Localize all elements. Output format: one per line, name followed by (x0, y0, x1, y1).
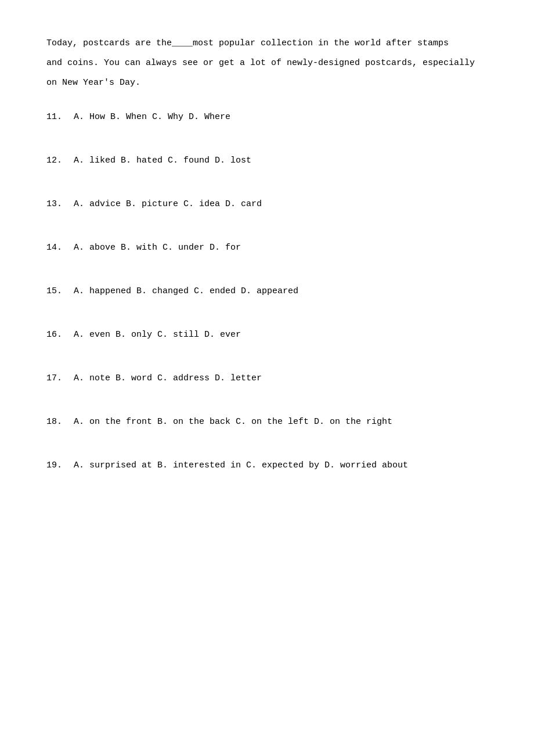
intro-line-3: on New Year's Day. (46, 74, 488, 92)
intro-paragraph: Today, postcards are the____most popular… (46, 35, 488, 92)
question-number: 15. (46, 286, 62, 296)
intro-line-2: and coins. You can always see or get a l… (46, 55, 488, 72)
question-number: 17. (46, 373, 62, 383)
question-options: A. happened B. changed C. ended D. appea… (74, 286, 298, 296)
question-item: 19.A. surprised at B. interested in C. e… (46, 458, 488, 473)
question-item: 12.A. liked B. hated C. found D. lost (46, 153, 488, 168)
question-options: A. advice B. picture C. idea D. card (74, 199, 262, 209)
question-number: 18. (46, 417, 62, 427)
question-options: A. above B. with C. under D. for (74, 243, 241, 253)
question-number: 14. (46, 243, 62, 253)
question-options: A. note B. word C. address D. letter (74, 373, 262, 383)
question-number: 12. (46, 156, 62, 165)
question-item: 16.A. even B. only C. still D. ever (46, 327, 488, 343)
question-options: A. on the front B. on the back C. on the… (74, 417, 392, 427)
question-options: A. surprised at B. interested in C. expe… (74, 460, 408, 470)
question-options: A. liked B. hated C. found D. lost (74, 156, 251, 165)
question-number: 16. (46, 330, 62, 340)
question-number: 19. (46, 460, 62, 470)
question-item: 14.A. above B. with C. under D. for (46, 240, 488, 255)
question-options: A. even B. only C. still D. ever (74, 330, 241, 340)
question-item: 17.A. note B. word C. address D. letter (46, 370, 488, 386)
question-item: 13.A. advice B. picture C. idea D. card (46, 196, 488, 212)
question-item: 18.A. on the front B. on the back C. on … (46, 414, 488, 430)
intro-line-1: Today, postcards are the____most popular… (46, 35, 488, 52)
question-item: 11.A. How B. When C. Why D. Where (46, 109, 488, 125)
question-item: 15.A. happened B. changed C. ended D. ap… (46, 283, 488, 299)
questions-container: 11.A. How B. When C. Why D. Where12.A. l… (46, 109, 488, 473)
question-options: A. How B. When C. Why D. Where (74, 112, 230, 122)
question-number: 11. (46, 112, 62, 122)
question-number: 13. (46, 199, 62, 209)
